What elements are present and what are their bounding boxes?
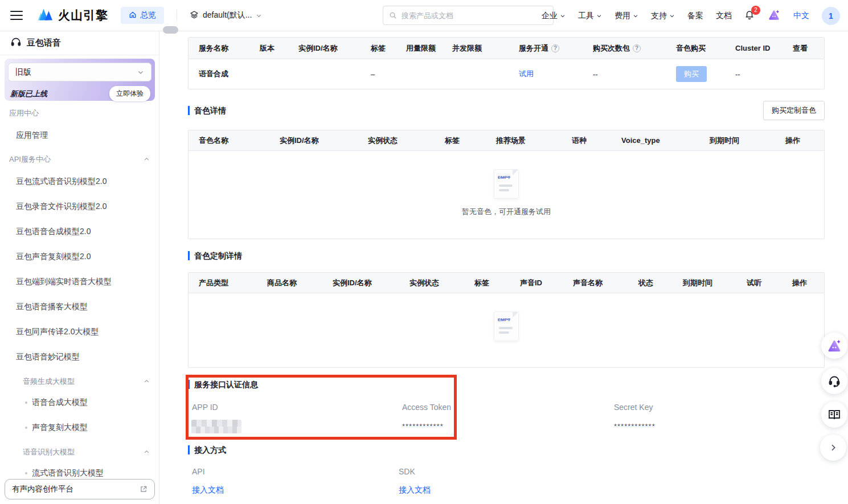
help-icon[interactable]: ? <box>551 44 559 52</box>
access-section: 接入方式 API 接入文档 SDK 接入文档 <box>188 445 825 502</box>
sidebar-item-tts-large[interactable]: 语音合成大模型 <box>32 398 88 408</box>
sidebar-item-api-5[interactable]: 豆包语音播客大模型 <box>16 302 88 312</box>
sidebar-item-api-0[interactable]: 豆包流式语音识别模型2.0 <box>16 177 106 187</box>
workspace-switcher[interactable]: default(默认... <box>190 10 262 21</box>
sidebar-item-api-4[interactable]: 豆包端到端实时语音大模型 <box>16 277 112 287</box>
bullet-dot <box>25 401 27 404</box>
scrollbar-thumb[interactable] <box>163 26 178 34</box>
app-id-label: APP ID <box>192 403 218 412</box>
search-input[interactable] <box>402 11 538 20</box>
ai-assistant-icon[interactable] <box>767 9 781 23</box>
column-header: 到期时间 <box>699 136 775 146</box>
column-header: 并发限额 <box>442 43 509 54</box>
external-link-icon <box>140 485 148 493</box>
empty-state: EMPT 暂无音色，可开通服务试用 <box>189 151 824 239</box>
hamburger-menu-icon[interactable] <box>10 11 23 20</box>
nav-enterprise[interactable]: 企业 <box>542 11 566 21</box>
version-selected-label: 旧版 <box>15 67 31 77</box>
custom-table-header: 产品类型 商品名称 实例ID/名称 实例状态 标签 声音ID 声音名称 状态 到… <box>189 273 824 293</box>
headset-icon <box>827 374 841 388</box>
brand-name: 火山引擎 <box>58 7 108 23</box>
nav-billing[interactable]: 费用 <box>615 11 638 21</box>
user-avatar[interactable]: 1 <box>822 7 840 25</box>
sidebar-item-api-6[interactable]: 豆包同声传译2.0大模型 <box>16 327 99 337</box>
column-header: 实例ID/名称 <box>322 278 399 288</box>
volcano-logo-icon <box>36 7 54 24</box>
nav-support[interactable]: 支持 <box>651 11 675 21</box>
column-header: Cluster ID <box>725 44 783 52</box>
app-root: 火山引擎 总览 default(默认... 企业 工具 费用 支持 备案 文档 <box>0 0 848 504</box>
api-doc-link[interactable]: 接入文档 <box>192 485 224 495</box>
chevron-down-icon <box>560 13 566 19</box>
voice-table-header: 音色名称 实例ID/名称 实例状态 标签 推荐场景 语种 Voice_type … <box>189 130 824 151</box>
try-now-button[interactable]: 立即体验 <box>109 86 150 101</box>
sidebar-item-streaming-asr-large[interactable]: 流式语音识别大模型 <box>32 468 104 478</box>
group-asr: 语音识别大模型 <box>23 447 75 457</box>
language-switch[interactable]: 中文 <box>793 11 809 21</box>
layers-icon <box>190 10 199 21</box>
access-token-label: Access Token <box>402 403 451 412</box>
bullet-dot <box>25 472 27 474</box>
ai-assistant-float-button[interactable] <box>821 333 847 359</box>
auth-section: 服务接口认证信息 APP ID Access Token ***********… <box>188 380 825 442</box>
column-header: 实例ID/名称 <box>269 136 358 146</box>
voice-buy-cell: 购买 <box>666 66 725 82</box>
column-header: 标签 <box>360 43 396 54</box>
book-icon <box>827 408 841 421</box>
group-app-center: 应用中心 <box>9 108 39 118</box>
nav-tools[interactable]: 工具 <box>578 11 602 21</box>
overview-button[interactable]: 总览 <box>121 7 164 24</box>
chevron-down-icon <box>633 13 638 19</box>
documentation-float-button[interactable] <box>821 401 847 428</box>
tag-cell: – <box>360 70 396 79</box>
table-row: 语音合成 – 试用 -- 购买 -- <box>189 59 824 89</box>
notification-bell-icon[interactable]: 2 <box>744 10 755 22</box>
chevron-down-icon <box>669 13 675 19</box>
nav-docs[interactable]: 文档 <box>716 11 732 21</box>
sidebar-item-api-2[interactable]: 豆包语音合成模型2.0 <box>16 227 91 237</box>
search-box <box>383 6 554 25</box>
sidebar-item-voice-clone-large[interactable]: 声音复刻大模型 <box>32 423 88 433</box>
empty-document-icon: EMPT <box>494 169 519 199</box>
api-label: API <box>192 467 205 476</box>
section-title: 服务接口认证信息 <box>188 380 825 389</box>
version-selector[interactable]: 旧版 <box>8 63 151 81</box>
home-icon <box>129 11 137 21</box>
customer-support-float-button[interactable] <box>821 368 847 394</box>
product-title: 豆包语音 <box>27 38 61 48</box>
nav-beian[interactable]: 备案 <box>687 11 703 21</box>
column-header: 状态 <box>628 278 673 288</box>
column-header: 音色名称 <box>189 136 269 146</box>
column-header: 实例状态 <box>399 278 464 288</box>
column-header: 购买次数包? <box>583 43 666 54</box>
column-header: 用量限额 <box>396 43 442 54</box>
buy-custom-voice-button[interactable]: 购买定制音色 <box>763 101 825 120</box>
collapse-chevron-icon[interactable] <box>144 449 150 455</box>
section-title: 接入方式 <box>188 445 825 454</box>
column-header: 标签 <box>435 136 486 146</box>
top-header: 火山引擎 总览 default(默认... 企业 工具 费用 支持 备案 文档 <box>0 0 848 31</box>
column-header: 声音名称 <box>563 278 628 288</box>
trial-link[interactable]: 试用 <box>509 69 583 79</box>
brand-logo[interactable]: 火山引擎 <box>36 7 108 24</box>
sidebar-item-api-7[interactable]: 豆包语音妙记模型 <box>16 352 80 362</box>
collapse-chevron-icon[interactable] <box>144 378 150 384</box>
column-header: Voice_type <box>611 136 699 145</box>
buy-button[interactable]: 购买 <box>676 66 707 82</box>
column-header: 服务名称 <box>189 43 249 54</box>
sidebar-item-app-manage[interactable]: 应用管理 <box>16 130 48 141</box>
collapse-panel-button[interactable] <box>820 435 846 461</box>
sidebar-item-api-1[interactable]: 豆包录音文件识别模型2.0 <box>16 202 106 212</box>
column-header: 推荐场景 <box>486 136 562 146</box>
column-header: 试听 <box>736 278 782 288</box>
package-cell: -- <box>583 70 666 79</box>
collapse-chevron-icon[interactable] <box>144 156 150 162</box>
empty-state-text: 暂无音色，可开通服务试用 <box>462 207 551 217</box>
sdk-doc-link[interactable]: 接入文档 <box>399 485 431 495</box>
audio-creation-platform-link[interactable]: 有声内容创作平台 <box>5 479 155 499</box>
help-icon[interactable]: ? <box>633 44 641 52</box>
column-header: 语种 <box>562 136 611 146</box>
product-header: 豆包语音 <box>0 31 159 55</box>
bottom-link-label: 有声内容创作平台 <box>12 484 73 494</box>
sidebar-item-api-3[interactable]: 豆包声音复刻模型2.0 <box>16 252 91 262</box>
